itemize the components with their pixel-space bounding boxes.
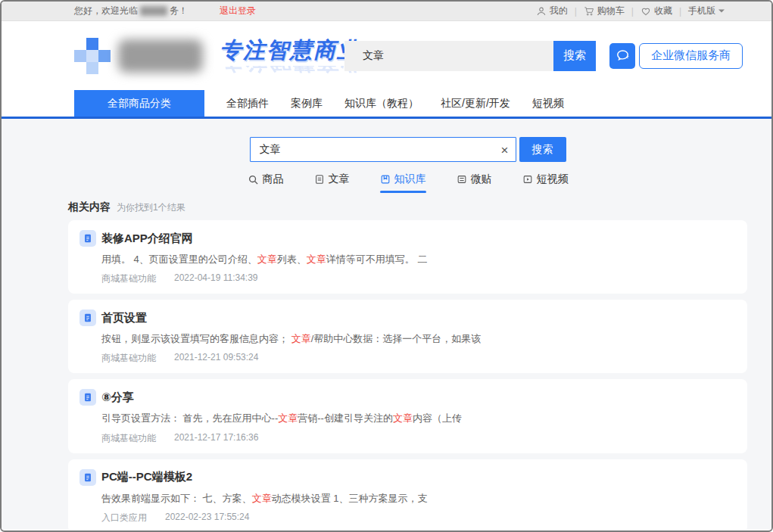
logo-tagline-reflection: 专注智慧商业 [220,66,360,76]
site-header: 专注智慧商业 专注智慧商业 搜索 企业微信服务商 [2,21,771,90]
cart-icon [584,6,594,17]
result-title[interactable]: 装修APP介绍官网 [101,232,193,246]
separator: | [679,6,681,17]
blurred-logo-text [118,39,203,73]
heart-icon [641,6,651,17]
result-meta: 商城基础功能 2021-12-21 09:53:24 [101,352,732,365]
user-icon [536,6,547,17]
tab-posts-label: 微贴 [471,173,492,186]
header-search-button[interactable]: 搜索 [553,41,596,71]
nav-all-categories[interactable]: 全部商品分类 [74,90,204,117]
topbar-right: 我的 | 购物车 | 收藏 | 手机版 [536,5,725,17]
tab-goods[interactable]: 商品 [248,173,284,188]
my-account-label: 我的 [550,5,568,17]
wecom-label: 企业微信服务商 [639,43,743,69]
nav-item-plugins[interactable]: 全部插件 [226,97,269,110]
site-logo[interactable]: 专注智慧商业 专注智慧商业 [74,36,360,76]
tagline-wrap: 专注智慧商业 专注智慧商业 [220,36,360,76]
search-box: × [250,137,516,162]
results-count: 为你找到1个结果 [117,201,185,214]
search-icon [248,174,259,185]
search-input[interactable] [250,137,516,162]
nav-item-cases[interactable]: 案例库 [291,97,323,110]
clear-search-icon[interactable]: × [501,143,509,156]
favorites-label: 收藏 [654,5,672,17]
tab-goods-label: 商品 [263,173,284,186]
main-nav: 全部商品分类 全部插件 案例库 知识库（教程） 社区/更新/开发 短视频 [2,90,771,119]
result-title[interactable]: PC端--PC端模板2 [101,470,192,484]
result-desc: 用填。 4、页面设置里的公司介绍、文章列表、文章详情等可不用填写。 二 [101,253,732,266]
greeting-text: 您好，欢迎光临务！ [74,5,188,17]
logo-icon [74,38,111,74]
cart-link[interactable]: 购物车 [584,5,625,17]
result-category: 商城基础功能 [101,432,156,445]
browser-window: 您好，欢迎光临务！ 退出登录 我的 | 购物车 | 收藏 [0,0,773,532]
search-button[interactable]: 搜索 [519,137,566,162]
result-card: PC端--PC端模板2 告效果前端显示如下： 七、方案、文章动态模块设置 1、三… [68,459,747,530]
tab-articles[interactable]: 文章 [314,173,350,188]
separator: | [575,6,577,17]
result-time: 2021-12-21 09:53:24 [174,352,258,365]
header-search-input[interactable] [344,41,553,71]
result-desc: 告效果前端显示如下： 七、方案、文章动态模块设置 1、三种方案显示，支 [101,492,732,506]
result-meta: 商城基础功能 2022-04-19 11:34:39 [101,272,732,285]
mobile-version-dropdown[interactable]: 手机版 [688,5,725,17]
result-title[interactable]: ⑧分享 [101,390,134,405]
result-time: 2022-04-19 11:34:39 [174,272,258,285]
cart-label: 购物车 [597,5,625,17]
top-bar: 您好，欢迎光临务！ 退出登录 我的 | 购物车 | 收藏 [2,2,771,21]
results-header: 相关内容 为你找到1个结果 [68,201,747,214]
header-search: 搜索 [344,41,596,71]
result-type-tabs: 商品 文章 知识库 微 [68,173,747,188]
logout-link[interactable]: 退出登录 [220,5,256,17]
tab-articles-label: 文章 [329,173,350,186]
result-time: 2022-02-23 17:55:24 [165,512,249,524]
blurred-username [140,6,167,16]
result-meta: 商城基础功能 2021-12-17 17:16:36 [101,432,732,445]
result-desc: 引导页设置方法： 首先，先在应用中心--文章营销--创建引导关注的文章内容（上传 [101,412,732,425]
doc-icon [79,310,96,326]
wecom-icon [609,43,635,69]
separator: | [631,6,634,17]
result-category: 入口类应用 [101,512,147,524]
document-icon [314,174,325,185]
doc-icon [79,389,96,406]
my-account-link[interactable]: 我的 [536,5,568,17]
chevron-down-icon [718,9,725,13]
logo-tagline: 专注智慧商业 [220,36,360,66]
result-card: 首页设置 按钮，则显示该设置填写的客服信息内容； 文章/帮助中心数据：选择一个平… [68,300,747,373]
tab-shortvideo[interactable]: 短视频 [522,173,569,188]
list-icon [457,174,467,185]
favorites-link[interactable]: 收藏 [641,5,672,17]
result-desc: 按钮，则显示该设置填写的客服信息内容； 文章/帮助中心数据：选择一个平台，如果该 [101,332,732,346]
nav-item-community[interactable]: 社区/更新/开发 [441,97,510,110]
result-time: 2021-12-17 17:16:36 [174,432,258,445]
notebook-icon [380,174,391,185]
result-meta: 入口类应用 2022-02-23 17:55:24 [101,512,732,524]
video-icon [522,174,533,185]
main-content: × 搜索 商品 文章 [2,119,771,530]
tab-knowledge-label: 知识库 [394,173,426,186]
tab-knowledge[interactable]: 知识库 [380,173,426,188]
tab-shortvideo-label: 短视频 [537,173,569,186]
doc-icon [79,230,96,247]
greeting-prefix: 您好，欢迎光临 [74,5,138,16]
results-list: 装修APP介绍官网 用填。 4、页面设置里的公司介绍、文章列表、文章详情等可不用… [68,220,747,530]
result-card: 装修APP介绍官网 用填。 4、页面设置里的公司介绍、文章列表、文章详情等可不用… [68,220,747,294]
tab-posts[interactable]: 微贴 [457,173,492,188]
mobile-version-label: 手机版 [688,5,715,17]
result-category: 商城基础功能 [101,352,156,365]
results-title: 相关内容 [68,201,111,214]
result-title[interactable]: 首页设置 [101,311,147,325]
wecom-service-button[interactable]: 企业微信服务商 [609,43,743,69]
result-category: 商城基础功能 [101,272,156,285]
nav-item-knowledge[interactable]: 知识库（教程） [344,97,419,110]
doc-icon [79,469,96,486]
greeting-suffix: 务！ [170,5,188,16]
result-card: ⑧分享 引导页设置方法： 首先，先在应用中心--文章营销--创建引导关注的文章内… [68,379,747,453]
nav-item-shortvideo[interactable]: 短视频 [532,97,564,110]
search-section: × 搜索 [68,137,747,162]
